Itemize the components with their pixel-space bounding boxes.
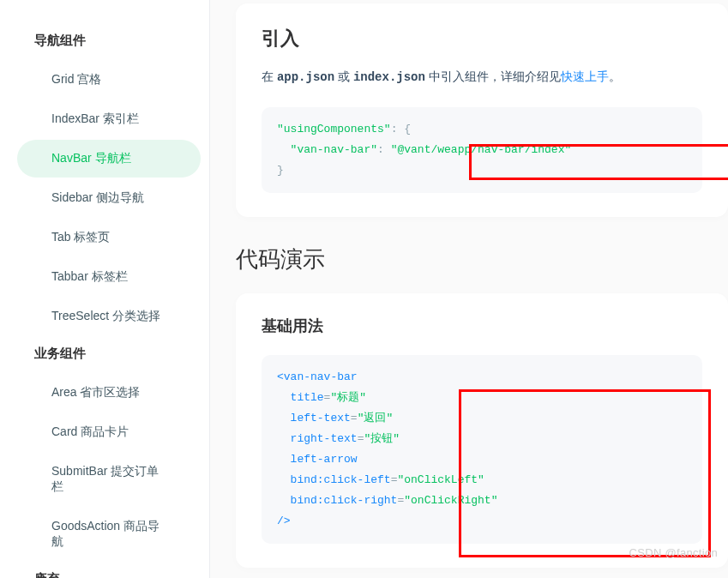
tok: title bbox=[277, 391, 324, 404]
sidebar-item-submitbar[interactable]: SubmitBar 提交订单栏 bbox=[17, 453, 201, 506]
sidebar-item-card[interactable]: Card 商品卡片 bbox=[17, 413, 201, 451]
tok: "按钮" bbox=[364, 432, 400, 445]
sidebar-item-tab[interactable]: Tab 标签页 bbox=[17, 219, 201, 256]
sidebar-group-title: 业务组件 bbox=[0, 337, 209, 372]
tok: left-text bbox=[277, 412, 351, 424]
sidebar-item-grid[interactable]: Grid 宫格 bbox=[17, 61, 201, 99]
sidebar-item-sidebar[interactable]: Sidebar 侧边导航 bbox=[17, 179, 201, 217]
tok: "返回" bbox=[358, 412, 394, 424]
tok: bind:click-right bbox=[277, 494, 397, 507]
tok: "usingComponents" bbox=[277, 123, 391, 135]
main-content: 引入 在 app.json 或 index.json 中引入组件，详细介绍见快速… bbox=[210, 0, 728, 578]
intro-card: 引入 在 app.json 或 index.json 中引入组件，详细介绍见快速… bbox=[236, 3, 728, 217]
quickstart-link[interactable]: 快速上手 bbox=[561, 69, 609, 83]
text: 或 bbox=[334, 69, 353, 83]
code-indexjson: index.json bbox=[353, 70, 425, 84]
sidebar-group-deprecated: 废弃 bbox=[0, 563, 209, 578]
tok: "标题" bbox=[330, 391, 366, 404]
sidebar-item-tabbar[interactable]: Tabbar 标签栏 bbox=[17, 258, 201, 296]
intro-text: 在 app.json 或 index.json 中引入组件，详细介绍见快速上手。 bbox=[262, 65, 702, 88]
sidebar-item-treeselect[interactable]: TreeSelect 分类选择 bbox=[17, 298, 201, 335]
code-line: <van-nav-bar bbox=[277, 367, 687, 388]
text: 在 bbox=[262, 69, 277, 83]
text: 中引入组件，详细介绍见 bbox=[425, 69, 561, 83]
sidebar-group-business: 业务组件 Area 省市区选择 Card 商品卡片 SubmitBar 提交订单… bbox=[0, 337, 209, 561]
tok: : { bbox=[391, 123, 411, 135]
tok: bind:click-left bbox=[277, 473, 391, 486]
tok: "van-nav-bar" bbox=[277, 143, 377, 156]
demo-sub-title: 基础用法 bbox=[262, 316, 702, 336]
sidebar-item-navbar[interactable]: NavBar 导航栏 bbox=[17, 140, 201, 178]
tok: = bbox=[351, 412, 358, 424]
annotation-highlight-1 bbox=[469, 144, 728, 180]
tok: right-text bbox=[277, 432, 358, 445]
text: 。 bbox=[609, 69, 621, 83]
sidebar: 导航组件 Grid 宫格 IndexBar 索引栏 NavBar 导航栏 Sid… bbox=[0, 0, 210, 578]
sidebar-group-title: 废弃 bbox=[0, 563, 209, 578]
sidebar-item-indexbar[interactable]: IndexBar 索引栏 bbox=[17, 100, 201, 138]
sidebar-group-nav: 导航组件 Grid 宫格 IndexBar 索引栏 NavBar 导航栏 Sid… bbox=[0, 24, 209, 335]
annotation-highlight-2 bbox=[459, 389, 711, 557]
tok: } bbox=[277, 164, 284, 177]
tok: : bbox=[377, 143, 391, 156]
code-line: "usingComponents": { bbox=[277, 119, 687, 140]
demo-section-title: 代码演示 bbox=[236, 244, 728, 274]
sidebar-item-area[interactable]: Area 省市区选择 bbox=[17, 374, 201, 412]
intro-title: 引入 bbox=[262, 26, 702, 51]
sidebar-group-title: 导航组件 bbox=[0, 24, 209, 59]
sidebar-item-goodsaction[interactable]: GoodsAction 商品导航 bbox=[17, 508, 201, 561]
code-appjson: app.json bbox=[277, 70, 334, 84]
